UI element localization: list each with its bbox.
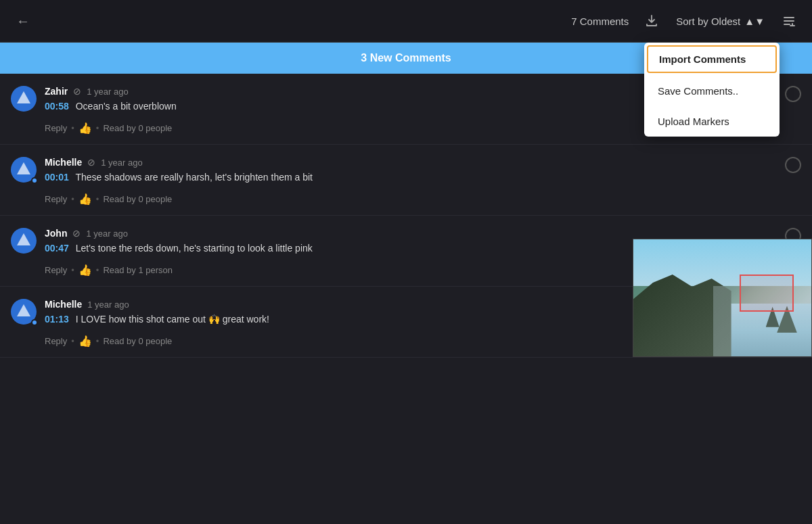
- comment-header: John ⊘ 1 year ago: [45, 228, 801, 239]
- like-button[interactable]: 👍: [78, 193, 92, 206]
- comment-timestamp: 00:58: [45, 101, 69, 112]
- comment-time: 1 year ago: [101, 158, 142, 168]
- comment-content: I LOVE how this shot came out 🙌 great wo…: [76, 314, 269, 325]
- like-button[interactable]: 👍: [78, 122, 92, 135]
- avatar: [11, 299, 37, 325]
- dropdown-menu: Import Comments Save Comments.. Upload M…: [644, 43, 780, 137]
- dropdown-import[interactable]: Import Comments: [647, 45, 777, 73]
- comment-author: Zahir: [45, 86, 68, 97]
- svg-rect-2: [784, 24, 790, 25]
- comment-item: Michelle ⊘ 1 year ago 00:01 These shadow…: [0, 145, 812, 216]
- reply-button[interactable]: Reply: [45, 265, 67, 275]
- svg-rect-1: [784, 20, 794, 22]
- comment-content: Let's tone the reds down, he's starting …: [76, 243, 313, 254]
- check-circle[interactable]: [785, 157, 801, 173]
- comment-body: Michelle ⊘ 1 year ago 00:01 These shadow…: [45, 157, 801, 215]
- back-icon: ←: [16, 14, 30, 29]
- check-circle[interactable]: [785, 86, 801, 102]
- comments-count: 7 Comments: [571, 16, 629, 27]
- reply-button[interactable]: Reply: [45, 123, 67, 133]
- thumbnail-selection: [740, 275, 794, 312]
- reply-button[interactable]: Reply: [45, 194, 67, 204]
- comment-time: 1 year ago: [87, 300, 129, 310]
- avatar: [11, 157, 37, 183]
- comment-item: Michelle 1 year ago 01:13 I LOVE how thi…: [0, 287, 812, 358]
- avatar: [11, 86, 37, 112]
- download-icon: [644, 14, 659, 28]
- comment-author: John: [45, 228, 67, 239]
- comment-header: Michelle ⊘ 1 year ago: [45, 157, 801, 168]
- read-count: Read by 0 people: [103, 123, 172, 133]
- dropdown-save[interactable]: Save Comments..: [644, 76, 780, 106]
- sort-button[interactable]: Sort by Oldest ▲▼: [669, 11, 771, 31]
- header: ← 7 Comments Sort by Oldest ▲▼: [0, 0, 812, 43]
- like-button[interactable]: 👍: [78, 335, 92, 348]
- comment-timestamp: 00:47: [45, 243, 69, 254]
- comment-timestamp: 00:01: [45, 172, 69, 183]
- avatar: [11, 228, 37, 254]
- list-view-button[interactable]: [777, 9, 801, 33]
- svg-rect-4: [790, 25, 795, 26]
- chevron-icon: ▲▼: [744, 16, 765, 27]
- comment-timestamp: 01:13: [45, 314, 69, 325]
- dropdown-upload[interactable]: Upload Markers: [644, 106, 780, 137]
- read-count: Read by 0 people: [103, 336, 172, 346]
- comment-content: Ocean's a bit overblown: [76, 101, 177, 112]
- video-thumbnail: [633, 239, 812, 357]
- edit-icon: ⊘: [73, 86, 81, 97]
- comment-content: These shadows are really harsh, let's br…: [75, 172, 313, 183]
- comment-author: Michelle: [45, 299, 82, 310]
- comment-actions: Reply • 👍 • Read by 0 people: [45, 193, 801, 215]
- comment-time: 1 year ago: [87, 87, 128, 97]
- download-button[interactable]: [639, 9, 664, 33]
- comment-text: 00:01 These shadows are really harsh, le…: [45, 170, 801, 185]
- edit-icon: ⊘: [87, 157, 95, 168]
- like-button[interactable]: 👍: [78, 264, 92, 277]
- svg-rect-0: [784, 17, 794, 18]
- reply-button[interactable]: Reply: [45, 336, 67, 346]
- comment-time: 1 year ago: [86, 229, 127, 239]
- comment-author: Michelle: [45, 157, 82, 168]
- back-button[interactable]: ←: [11, 9, 35, 33]
- list-icon: [782, 14, 796, 28]
- edit-icon: ⊘: [72, 228, 81, 239]
- read-count: Read by 1 person: [103, 265, 173, 275]
- read-count: Read by 0 people: [103, 194, 172, 204]
